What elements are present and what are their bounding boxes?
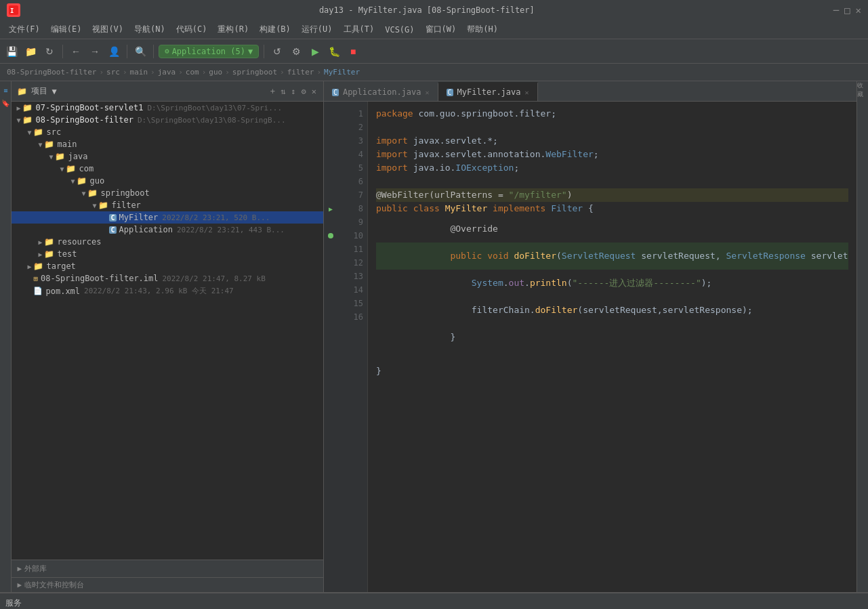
menu-run[interactable]: 运行(U): [296, 21, 338, 38]
kw-class: class: [413, 202, 440, 215]
sidebar-structure-icon[interactable]: ≡: [0, 85, 11, 96]
minimize-btn[interactable]: ─: [833, 5, 839, 16]
project-panel-bottom[interactable]: ▶ 外部库: [12, 560, 323, 577]
breadcrumb-root[interactable]: 08-SpringBoot-filter: [7, 68, 96, 77]
tree-item-src[interactable]: ▼ 📁 src: [12, 126, 323, 138]
menu-help[interactable]: 帮助(H): [461, 21, 503, 38]
project-dropdown-icon[interactable]: ▼: [51, 87, 56, 96]
debug-button[interactable]: 🐛: [326, 43, 342, 60]
tree-arrow-java[interactable]: ▼: [47, 153, 55, 161]
search-button[interactable]: 🔍: [132, 43, 148, 60]
tree-item-com[interactable]: ▼ 📁 com: [12, 163, 323, 175]
tab-close-myfilter[interactable]: ✕: [525, 89, 529, 96]
maximize-btn[interactable]: □: [844, 5, 850, 16]
forward-button[interactable]: →: [87, 43, 103, 60]
tree-arrow-src[interactable]: ▼: [25, 129, 33, 136]
external-libs-label: 外部库: [24, 564, 47, 574]
tree-item-test[interactable]: ▶ 📁 test: [12, 248, 323, 260]
kw-import-3: import: [376, 161, 408, 175]
tree-item-java[interactable]: ▼ 📁 java: [12, 150, 323, 163]
breadcrumb-myfilter[interactable]: MyFilter: [324, 68, 360, 77]
temp-files-panel[interactable]: ▶ 临时文件和控制台: [12, 577, 323, 592]
save-button[interactable]: 💾: [3, 43, 20, 60]
tree-arrow-filter[interactable]: ▼: [90, 202, 98, 209]
folder-icon-resources: 📁: [44, 237, 54, 247]
tree-item-guo[interactable]: ▼ 📁 guo: [12, 175, 323, 187]
tree-arrow-08[interactable]: ▼: [14, 117, 22, 124]
file-icon-pom: 📄: [33, 287, 43, 295]
breadcrumb-guo[interactable]: guo: [209, 68, 222, 77]
breadcrumb-com[interactable]: com: [186, 68, 199, 77]
tree-arrow-07[interactable]: ▶: [14, 104, 22, 112]
menu-window[interactable]: 窗口(W): [420, 21, 462, 38]
file-icon-application: C: [109, 226, 116, 234]
folder-icon-target: 📁: [33, 261, 43, 271]
tree-item-springboot[interactable]: ▼ 📁 springboot: [12, 187, 323, 199]
dot-2: .: [524, 276, 530, 290]
tab-close-application[interactable]: ✕: [426, 89, 430, 96]
tree-item-resources[interactable]: ▶ 📁 resources: [12, 236, 323, 248]
back-button[interactable]: ←: [68, 43, 84, 60]
project-collapse-icon[interactable]: ↕: [289, 85, 297, 98]
menu-tools[interactable]: 工具(T): [338, 21, 380, 38]
tree-arrow-resources[interactable]: ▶: [36, 238, 44, 246]
project-expand-icon[interactable]: ⇅: [279, 85, 287, 98]
right-icon-1[interactable]: 收藏: [857, 85, 868, 96]
project-settings-icon[interactable]: ⚙: [299, 85, 307, 98]
class-open: {: [588, 202, 594, 215]
tree-arrow-guo[interactable]: ▼: [68, 177, 77, 185]
close-btn[interactable]: ✕: [856, 5, 861, 16]
menu-navigate[interactable]: 导航(N): [129, 21, 171, 38]
project-add-icon[interactable]: +: [269, 85, 276, 98]
sidebar-bookmark-icon[interactable]: 🔖: [0, 98, 11, 108]
tree-item-myfilter[interactable]: C MyFilter 2022/8/2 23:21, 520 B...: [12, 211, 323, 224]
sync-button[interactable]: ↻: [41, 43, 58, 60]
breadcrumb-src[interactable]: src: [106, 68, 120, 77]
menu-build[interactable]: 构建(B): [254, 21, 296, 38]
tree-item-pom[interactable]: 📄 pom.xml 2022/8/2 21:43, 2.96 kB 今天 21:…: [12, 285, 323, 297]
breadcrumb-java[interactable]: java: [158, 68, 176, 77]
breadcrumb-filter[interactable]: filter: [287, 68, 314, 77]
tree-arrow-com[interactable]: ▼: [58, 165, 66, 173]
tree-arrow-springboot[interactable]: ▼: [79, 190, 87, 197]
code-line-9: @Override: [376, 215, 848, 243]
tree-item-filter[interactable]: ▼ 📁 filter: [12, 199, 323, 211]
param-2: servlet: [811, 249, 848, 263]
breadcrumb-springboot[interactable]: springboot: [232, 68, 277, 77]
user-button[interactable]: 👤: [106, 43, 122, 60]
run-button[interactable]: ▶: [307, 43, 323, 60]
gutter-8-run[interactable]: ▶: [324, 202, 337, 215]
tree-item-application[interactable]: C Application 2022/8/2 23:21, 443 B...: [12, 224, 323, 236]
tree-arrow-test[interactable]: ▶: [36, 251, 44, 258]
menu-code[interactable]: 代码(C): [171, 21, 213, 38]
tree-arrow-main[interactable]: ▼: [36, 141, 44, 148]
menu-refactor[interactable]: 重构(R): [212, 21, 254, 38]
tree-item-08[interactable]: ▼ 📁 08-SpringBoot-filter D:\SpringBoot\d…: [12, 114, 323, 126]
stop-button[interactable]: ■: [345, 43, 361, 60]
menu-vcs[interactable]: VCS(G): [379, 22, 419, 37]
menu-view[interactable]: 视图(V): [87, 21, 129, 38]
line-num-16: 16: [342, 310, 363, 324]
tree-label-iml: 08-SpringBoot-filter.iml: [41, 274, 158, 283]
tree-item-iml[interactable]: ⊞ 08-SpringBoot-filter.iml 2022/8/2 21:4…: [12, 272, 323, 285]
code-content[interactable]: package com.guo.springboot.filter; impor…: [368, 102, 856, 592]
tab-application-java[interactable]: C Application.java ✕: [324, 83, 438, 101]
breadcrumb-main[interactable]: main: [130, 68, 148, 77]
tree-arrow-target[interactable]: ▶: [25, 263, 33, 270]
tab-myfilter-java[interactable]: C MyFilter.java ✕: [438, 82, 538, 101]
build-button[interactable]: ⚙: [288, 43, 304, 60]
refresh-button[interactable]: ↺: [269, 43, 285, 60]
tree-item-07[interactable]: ▶ 📁 07-SpringBoot-servlet1 D:\SpringBoot…: [12, 102, 323, 114]
project-close-icon[interactable]: ✕: [310, 85, 318, 98]
run-config-dropdown[interactable]: ⚙ Application (5) ▼: [159, 45, 259, 58]
tree-item-main[interactable]: ▼ 📁 main: [12, 138, 323, 150]
folder-icon-main: 📁: [44, 140, 54, 149]
menu-edit[interactable]: 编辑(E): [45, 21, 87, 38]
menu-file[interactable]: 文件(F): [3, 21, 45, 38]
breadcrumb: 08-SpringBoot-filter › src › main › java…: [0, 64, 868, 81]
tree-item-target[interactable]: ▶ 📁 target: [12, 260, 323, 272]
paren-close: );: [701, 276, 712, 290]
open-button[interactable]: 📁: [22, 43, 39, 60]
tree-label-pom: pom.xml: [45, 287, 80, 296]
menu-bar: 文件(F) 编辑(E) 视图(V) 导航(N) 代码(C) 重构(R) 构建(B…: [0, 20, 868, 39]
